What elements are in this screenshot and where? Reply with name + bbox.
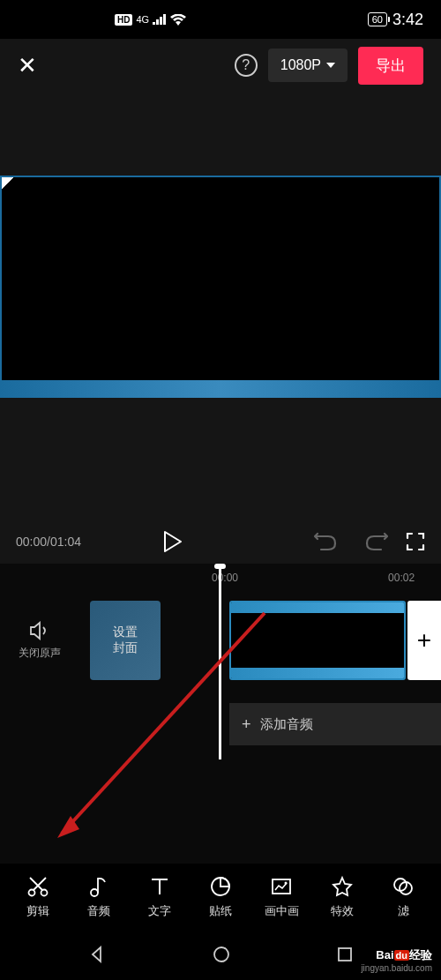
tool-text[interactable]: 文字: [129, 875, 190, 919]
top-toolbar: ✕ ? 1080P 导出: [0, 39, 441, 92]
add-audio-label: 添加音频: [260, 716, 313, 733]
timeline-track[interactable]: 关闭原声 设置 封面 +: [0, 592, 441, 689]
time-mark: 00:00: [212, 572, 238, 584]
tool-edit[interactable]: 剪辑: [7, 875, 68, 919]
plus-icon: +: [242, 715, 251, 734]
battery-icon: 60: [368, 12, 387, 26]
help-button[interactable]: ?: [235, 54, 258, 77]
home-button[interactable]: [212, 945, 231, 964]
music-note-icon: [87, 875, 110, 898]
tool-audio[interactable]: 音频: [68, 875, 129, 919]
svg-point-8: [91, 889, 98, 896]
svg-rect-0: [153, 22, 155, 25]
add-clip-button[interactable]: +: [407, 601, 441, 680]
playback-controls: 00:00/01:04: [0, 520, 441, 564]
fullscreen-button[interactable]: [406, 532, 425, 551]
status-icons-left: HD 4G: [115, 14, 186, 26]
clock: 3:42: [392, 11, 423, 29]
resolution-selector[interactable]: 1080P: [268, 49, 348, 82]
svg-point-14: [214, 947, 228, 961]
play-button[interactable]: [163, 530, 183, 553]
speaker-icon: [29, 621, 50, 640]
corner-handle-icon[interactable]: [2, 177, 19, 195]
scissors-icon: [26, 875, 49, 898]
tool-pip[interactable]: 画中画: [251, 875, 312, 919]
android-nav-bar: Baidu经验 jingyan.baidu.com: [0, 929, 441, 980]
close-button[interactable]: ✕: [18, 52, 37, 79]
redo-button[interactable]: [365, 532, 388, 551]
filter-icon: [392, 875, 415, 898]
recent-button[interactable]: [336, 946, 354, 963]
svg-point-6: [28, 890, 34, 896]
svg-point-7: [41, 890, 47, 896]
sticker-icon: [209, 875, 232, 898]
svg-rect-15: [339, 948, 351, 961]
svg-point-11: [285, 882, 288, 885]
video-preview-area: 00:00/01:04: [0, 92, 441, 564]
svg-rect-2: [160, 17, 162, 25]
back-button[interactable]: [87, 945, 107, 964]
mute-toggle[interactable]: 关闭原声: [0, 621, 79, 661]
undo-button[interactable]: [314, 532, 337, 551]
set-cover-button[interactable]: 设置 封面: [90, 601, 161, 680]
signal-icon: [153, 14, 167, 25]
video-canvas[interactable]: [0, 176, 441, 398]
playhead[interactable]: [219, 565, 221, 759]
svg-rect-3: [163, 14, 166, 25]
time-mark: 00:02: [388, 572, 415, 584]
star-icon: [331, 875, 354, 898]
hd-badge: HD: [115, 14, 132, 26]
status-right: 60 3:42: [368, 11, 423, 29]
timeline-area: 00:00 00:02 关闭原声 设置 封面 + + 添加音频: [0, 564, 441, 864]
chevron-down-icon: [326, 63, 335, 68]
bottom-toolbar: 剪辑 音频 文字 贴纸 画中画 特效 滤: [0, 865, 441, 929]
svg-rect-10: [273, 879, 290, 894]
watermark: Baidu经验 jingyan.baidu.com: [361, 947, 432, 973]
add-audio-button[interactable]: + 添加音频: [229, 703, 441, 745]
tool-filter[interactable]: 滤: [373, 875, 434, 919]
export-button[interactable]: 导出: [358, 47, 423, 85]
network-icon: 4G: [136, 14, 149, 25]
tool-effect[interactable]: 特效: [312, 875, 373, 919]
text-icon: [148, 875, 171, 898]
status-bar: HD 4G 60 3:42: [0, 0, 441, 39]
resolution-label: 1080P: [280, 57, 321, 73]
tool-sticker[interactable]: 贴纸: [190, 875, 250, 919]
wifi-icon: [170, 14, 186, 26]
timecode: 00:00/01:04: [16, 535, 81, 549]
pip-icon: [270, 875, 293, 898]
svg-rect-1: [156, 19, 159, 25]
video-clip[interactable]: [229, 601, 406, 680]
mute-label: 关闭原声: [19, 646, 61, 661]
